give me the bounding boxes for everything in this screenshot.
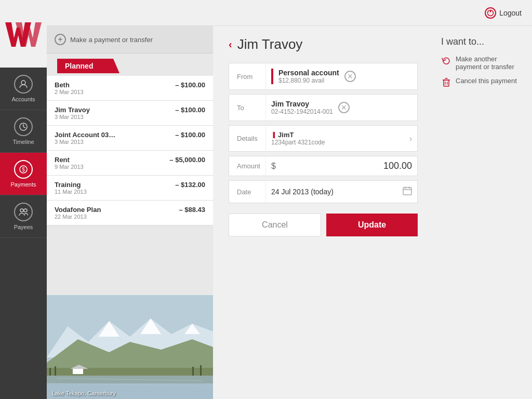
payments-label: Payments	[11, 181, 36, 188]
form-buttons: Cancel Update	[229, 214, 418, 236]
sidebar: Accounts Timeline $ Payments	[0, 0, 47, 399]
list-item[interactable]: Rent 9 Mar 2013 – $5,000.00	[47, 151, 213, 176]
accounts-icon	[14, 75, 33, 94]
svg-rect-22	[49, 368, 51, 376]
sidebar-item-payments[interactable]: $ Payments	[0, 153, 47, 195]
details-row[interactable]: Details ▐ JimT 1234part 4321code ›	[229, 125, 418, 152]
landscape-image: Lake Tekapo, Canterbury	[47, 295, 213, 399]
payment-date: 3 Mar 2013	[55, 139, 115, 145]
refresh-icon	[441, 56, 451, 66]
payment-amount: – $100.00	[175, 81, 205, 89]
payment-name: Rent	[55, 156, 84, 164]
payment-name: Training	[55, 181, 87, 189]
from-account-name: Personal account	[278, 69, 339, 77]
svg-rect-32	[444, 80, 449, 86]
westpac-logo	[5, 20, 42, 48]
make-another-payment-link[interactable]: Make another payment or transfer	[441, 55, 524, 71]
add-payment-label: Make a payment or transfer	[70, 36, 153, 44]
red-bar-indicator	[271, 69, 273, 84]
logo-area	[0, 0, 47, 68]
to-name: Jim Travoy	[271, 100, 333, 108]
details-content: ▐ JimT 1234part 4321code ›	[265, 126, 417, 151]
payment-date: 9 Mar 2013	[55, 164, 84, 170]
sidebar-item-payees[interactable]: Payees	[0, 195, 47, 238]
timeline-label: Timeline	[12, 139, 34, 145]
payment-amount: – $100.00	[175, 106, 205, 114]
update-button[interactable]: Update	[326, 214, 418, 236]
from-row: From Personal account $12,880.90 avail ✕	[229, 63, 418, 90]
payment-info: Vodafone Plan 22 Mar 2013	[55, 206, 101, 220]
sidebar-item-timeline[interactable]: Timeline	[0, 110, 47, 153]
calendar-icon[interactable]	[403, 186, 412, 197]
svg-rect-24	[192, 367, 194, 376]
list-item[interactable]: Beth 2 Mar 2013 – $100.00	[47, 76, 213, 101]
details-chevron-icon: ›	[409, 134, 412, 143]
to-label: To	[229, 104, 265, 112]
amount-label: Amount	[229, 162, 265, 170]
list-item[interactable]: Training 11 Mar 2013 – $132.00	[47, 176, 213, 201]
sidebar-item-accounts[interactable]: Accounts	[0, 68, 47, 110]
payment-date: 2 Mar 2013	[55, 89, 84, 95]
list-item[interactable]: Joint Account 03… 3 Mar 2013 – $100.00	[47, 126, 213, 151]
payment-list: Beth 2 Mar 2013 – $100.00 Jim Travoy 3 M…	[47, 76, 213, 225]
payment-date: 11 Mar 2013	[55, 189, 87, 195]
to-content: Jim Travoy 02-4152-1942014-001 ✕	[265, 95, 417, 121]
date-row: Date 24 Jul 2013 (today)	[229, 180, 418, 203]
svg-rect-26	[73, 369, 83, 374]
date-content: 24 Jul 2013 (today)	[265, 181, 417, 203]
amount-content: $	[265, 156, 417, 176]
payment-name: Jim Travoy	[55, 106, 90, 114]
payment-name: Beth	[55, 81, 84, 89]
page-title: Jim Travoy	[237, 36, 303, 52]
payees-icon	[14, 203, 33, 221]
details-label: Details	[229, 135, 265, 142]
from-label: From	[229, 73, 265, 81]
from-content: Personal account $12,880.90 avail ✕	[265, 63, 417, 89]
add-payment-button[interactable]: + Make a payment or transfer	[47, 26, 213, 54]
details-text: ▐ JimT 1234part 4321code	[271, 131, 325, 146]
payment-name: Joint Account 03…	[55, 131, 115, 139]
to-close-button[interactable]: ✕	[338, 102, 350, 113]
payment-amount: – $88.43	[179, 206, 205, 214]
main-area: Logout + Make a payment or transfer Plan…	[47, 0, 532, 399]
amount-row: Amount $	[229, 156, 418, 176]
to-account-details: Jim Travoy 02-4152-1942014-001	[271, 100, 333, 115]
payments-icon: $	[14, 160, 33, 179]
logout-button[interactable]: Logout	[485, 7, 522, 19]
payment-info: Joint Account 03… 3 Mar 2013	[55, 131, 115, 145]
to-row: To Jim Travoy 02-4152-1942014-001 ✕	[229, 94, 418, 121]
logout-icon	[485, 7, 496, 19]
top-bar: Logout	[47, 0, 532, 26]
from-account-sub: $12,880.90 avail	[278, 77, 339, 84]
svg-line-5	[23, 127, 25, 128]
trash-icon	[441, 77, 451, 88]
details-secondary: 1234part 4321code	[271, 139, 325, 146]
payment-amount: – $100.00	[175, 131, 205, 139]
add-icon: +	[55, 34, 66, 45]
payment-date: 3 Mar 2013	[55, 114, 90, 120]
svg-point-2	[21, 81, 25, 85]
form-panel: ‹ Jim Travoy From Personal account $12,8…	[213, 26, 428, 399]
details-primary: ▐ JimT	[271, 131, 325, 139]
list-item[interactable]: Vodafone Plan 22 Mar 2013 – $88.43	[47, 201, 213, 225]
cancel-button[interactable]: Cancel	[229, 214, 321, 236]
payment-amount: – $132.00	[175, 181, 205, 189]
sidebar-nav: Accounts Timeline $ Payments	[0, 68, 47, 399]
to-account: 02-4152-1942014-001	[271, 108, 333, 115]
date-value: 24 Jul 2013 (today)	[271, 188, 334, 196]
from-account-details: Personal account $12,880.90 avail	[278, 69, 339, 84]
dollar-sign: $	[271, 162, 276, 171]
from-close-button[interactable]: ✕	[344, 71, 356, 82]
svg-rect-23	[55, 366, 56, 376]
back-button[interactable]: ‹	[229, 38, 232, 50]
payment-info: Beth 2 Mar 2013	[55, 81, 84, 95]
payment-amount: – $5,000.00	[169, 156, 205, 164]
make-another-label: Make another payment or transfer	[456, 55, 524, 71]
list-item[interactable]: Jim Travoy 3 Mar 2013 – $100.00	[47, 101, 213, 126]
accounts-label: Accounts	[11, 96, 35, 102]
i-want-to-section: I want to... Make another payment or tra…	[441, 36, 524, 88]
payment-date: 22 Mar 2013	[55, 214, 101, 220]
amount-input[interactable]	[281, 161, 412, 171]
landscape-caption: Lake Tekapo, Canterbury	[52, 390, 116, 396]
cancel-payment-link[interactable]: Cancel this payment	[441, 77, 524, 88]
